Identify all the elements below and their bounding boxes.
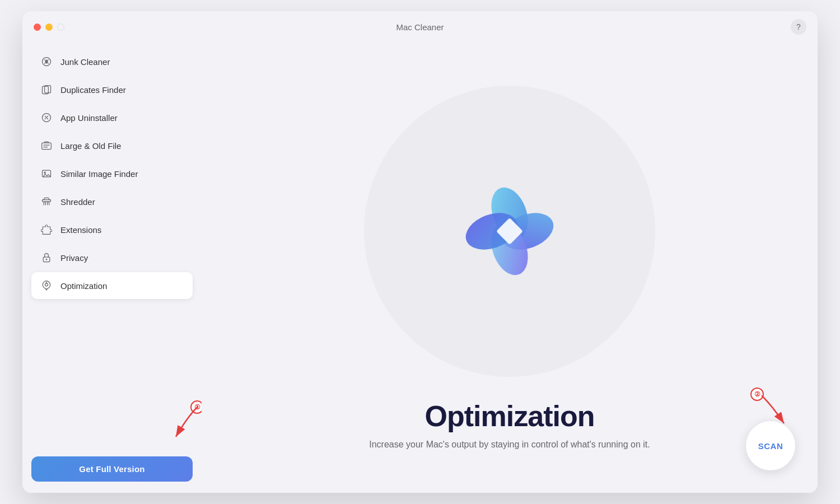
sidebar-nav: Junk Cleaner Duplicates Finder: [31, 48, 193, 445]
content-subtitle: Increase your Mac's output by staying in…: [369, 440, 650, 450]
sidebar-item-app-uninstaller-label: App Uninstaller: [60, 113, 118, 123]
sidebar-item-optimization[interactable]: Optimization: [31, 272, 193, 299]
app-window: Mac Cleaner ? Junk Cleaner: [22, 11, 818, 493]
traffic-lights: [34, 24, 64, 31]
maximize-button[interactable]: [57, 24, 64, 31]
sidebar-item-duplicates-finder[interactable]: Duplicates Finder: [31, 76, 193, 103]
junk-cleaner-icon: [40, 55, 53, 68]
svg-line-12: [44, 202, 44, 205]
annotation-arrow-2: [756, 395, 795, 429]
svg-point-10: [44, 172, 46, 174]
duplicates-finder-icon: [40, 83, 53, 96]
sidebar-item-large-old-file[interactable]: Large & Old File: [31, 132, 193, 159]
svg-point-17: [46, 259, 48, 260]
sidebar-item-duplicates-finder-label: Duplicates Finder: [60, 85, 126, 95]
large-old-file-icon: [40, 139, 53, 152]
optimization-icon: [40, 279, 53, 292]
app-logo: [454, 175, 566, 287]
sidebar-item-shredder-label: Shredder: [60, 197, 95, 207]
minimize-button[interactable]: [45, 24, 53, 31]
get-full-version-button[interactable]: Get Full Version: [31, 456, 193, 482]
sidebar-item-extensions[interactable]: Extensions: [31, 216, 193, 243]
sidebar-item-junk-cleaner[interactable]: Junk Cleaner: [31, 48, 193, 75]
privacy-icon: [40, 251, 53, 264]
shredder-icon: [40, 195, 53, 208]
scan-button-container: ② SCAN: [746, 416, 795, 470]
close-button[interactable]: [34, 24, 41, 31]
sidebar-item-shredder[interactable]: Shredder: [31, 188, 193, 215]
sidebar-item-privacy[interactable]: Privacy: [31, 244, 193, 271]
main-layout: Junk Cleaner Duplicates Finder: [22, 43, 818, 493]
similar-image-finder-icon: [40, 167, 53, 180]
sidebar-item-privacy-label: Privacy: [60, 253, 88, 263]
sidebar-item-similar-image-finder[interactable]: Similar Image Finder: [31, 160, 193, 187]
help-button[interactable]: ?: [791, 19, 806, 35]
svg-point-18: [45, 283, 48, 286]
svg-line-15: [49, 202, 49, 205]
sidebar: Junk Cleaner Duplicates Finder: [22, 43, 202, 493]
app-uninstaller-icon: [40, 111, 53, 124]
sidebar-item-extensions-label: Extensions: [60, 225, 101, 235]
sidebar-item-app-uninstaller[interactable]: App Uninstaller: [31, 104, 193, 131]
logo-circle: [364, 86, 655, 377]
app-title: Mac Cleaner: [396, 22, 444, 32]
extensions-icon: [40, 223, 53, 236]
sidebar-item-large-old-file-label: Large & Old File: [60, 141, 121, 151]
svg-rect-6: [42, 143, 52, 150]
sidebar-item-similar-image-finder-label: Similar Image Finder: [60, 169, 138, 179]
title-bar: Mac Cleaner ?: [22, 11, 818, 43]
sidebar-item-optimization-label: Optimization: [60, 281, 107, 291]
content-title: Optimization: [425, 399, 595, 433]
content-area: Optimization Increase your Mac's output …: [202, 43, 818, 493]
sidebar-item-junk-cleaner-label: Junk Cleaner: [60, 57, 110, 67]
